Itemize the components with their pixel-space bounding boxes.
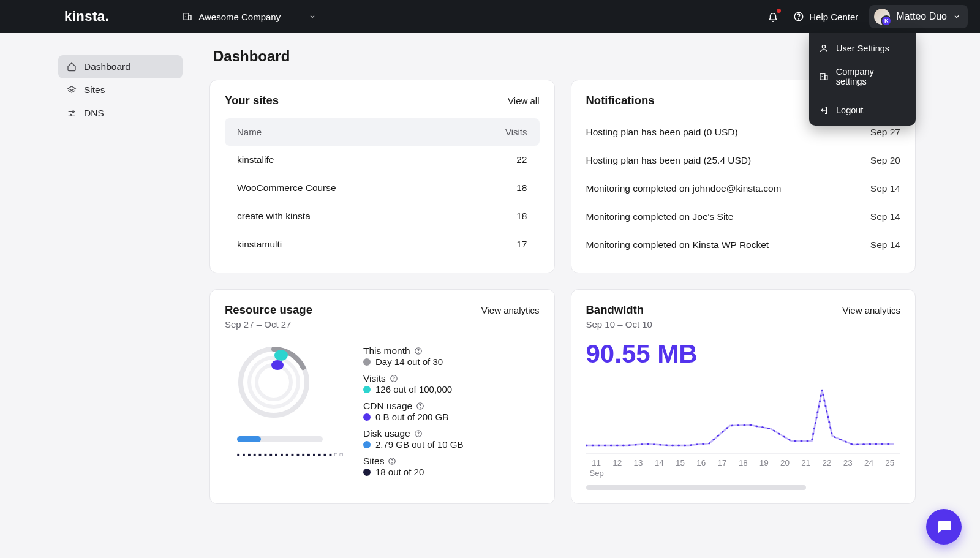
bell-icon [767, 11, 778, 22]
question-circle-icon [793, 11, 804, 22]
home-icon [67, 62, 77, 72]
svg-point-23 [392, 462, 393, 463]
date-range: Sep 10 – Oct 10 [586, 319, 901, 330]
card-title: Resource usage [225, 303, 312, 317]
brand-logo: kinsta. [64, 9, 109, 25]
svg-point-12 [274, 350, 288, 361]
menu-divider [815, 96, 910, 96]
swatch-disk [363, 441, 371, 448]
sidebar-item-dns[interactable]: DNS [58, 102, 183, 125]
company-name: Awesome Company [198, 12, 281, 22]
building-icon [183, 12, 192, 21]
notification-row[interactable]: Hosting plan has been paid (25.4 USD)Sep… [586, 146, 901, 175]
card-title: Notifications [586, 94, 655, 107]
svg-rect-6 [825, 75, 827, 80]
svg-point-21 [418, 435, 418, 435]
svg-rect-1 [189, 15, 191, 20]
svg-point-3 [799, 18, 799, 19]
resource-legend: This month Day 14 out of 30 Visits 126 o… [363, 339, 463, 481]
view-all-link[interactable]: View all [508, 96, 539, 106]
resource-donut-chart: ■■■■■■■■■■■■■■■■■■□□ [225, 339, 347, 458]
sites-usage-dots: ■■■■■■■■■■■■■■■■■■□□ [237, 452, 347, 458]
sidebar-item-sites[interactable]: Sites [58, 78, 183, 102]
swatch-cdn [363, 413, 371, 421]
your-sites-card: Your sites View all Name Visits kinstali… [209, 80, 555, 273]
menu-user-settings[interactable]: User Settings [809, 37, 916, 60]
table-row[interactable]: kinstamulti17 [225, 230, 540, 258]
col-name: Name [237, 127, 262, 137]
svg-point-11 [257, 365, 291, 399]
avatar [874, 9, 890, 25]
chart-scrollbar[interactable] [586, 485, 806, 490]
svg-point-13 [271, 360, 284, 370]
sidebar-item-label: Sites [84, 85, 105, 96]
disk-usage-bar [237, 436, 323, 442]
question-circle-icon[interactable] [416, 402, 424, 410]
bandwidth-chart [586, 381, 901, 454]
sidebar-item-dashboard[interactable]: Dashboard [58, 55, 183, 78]
card-title: Your sites [225, 94, 279, 107]
layers-icon [67, 85, 77, 95]
user-icon [819, 43, 829, 53]
help-center-link[interactable]: Help Center [793, 11, 858, 22]
sidebar: Dashboard Sites DNS [0, 33, 196, 504]
svg-point-15 [418, 352, 418, 353]
date-range: Sep 27 – Oct 27 [225, 319, 540, 330]
swatch-sites [363, 469, 371, 476]
chat-fab[interactable] [926, 509, 962, 545]
notifications-bell[interactable] [764, 7, 782, 26]
table-header: Name Visits [225, 118, 540, 146]
chevron-down-icon [953, 13, 960, 20]
chevron-down-icon [309, 13, 316, 20]
bandwidth-total: 90.55 MB [586, 339, 901, 369]
question-circle-icon[interactable] [414, 429, 423, 438]
notification-badge [777, 9, 781, 13]
question-circle-icon[interactable] [414, 347, 423, 355]
user-menu-button[interactable]: Matteo Duo [869, 5, 968, 28]
table-row[interactable]: create with kinsta18 [225, 202, 540, 230]
company-selector[interactable]: Awesome Company [183, 12, 316, 22]
question-circle-icon[interactable] [388, 457, 396, 466]
menu-logout[interactable]: Logout [809, 99, 916, 122]
help-label: Help Center [809, 12, 858, 22]
table-row[interactable]: WooCommerce Course18 [225, 174, 540, 202]
bandwidth-x-axis: 111213141516171819202122232425 [586, 458, 901, 467]
user-dropdown: User Settings Company settings Logout [809, 33, 916, 126]
svg-point-19 [420, 407, 421, 408]
topbar: kinsta. Awesome Company Help Center Matt… [0, 0, 980, 33]
sidebar-item-label: Dashboard [84, 61, 130, 72]
notification-row[interactable]: Monitoring completed on johndoe@kinsta.c… [586, 175, 901, 203]
question-circle-icon[interactable] [390, 374, 398, 383]
view-analytics-link[interactable]: View analytics [842, 305, 900, 315]
col-visits: Visits [505, 127, 527, 137]
svg-point-4 [822, 45, 825, 48]
chat-icon [935, 518, 952, 535]
swatch-month [363, 358, 371, 366]
user-name: Matteo Duo [896, 11, 947, 22]
notification-row[interactable]: Monitoring completed on Kinsta WP Rocket… [586, 231, 901, 259]
menu-company-settings[interactable]: Company settings [809, 60, 916, 93]
bandwidth-x-month: Sep [590, 469, 901, 478]
svg-point-17 [393, 380, 394, 380]
svg-point-7 [72, 111, 74, 113]
sidebar-item-label: DNS [84, 108, 104, 119]
view-analytics-link[interactable]: View analytics [481, 305, 540, 315]
notification-row[interactable]: Monitoring completed on Joe's SiteSep 14 [586, 203, 901, 231]
swatch-visits [363, 386, 371, 393]
resource-usage-card: Resource usage View analytics Sep 27 – O… [209, 289, 555, 504]
svg-point-8 [70, 114, 72, 116]
bandwidth-card: Bandwidth View analytics Sep 10 – Oct 10… [571, 289, 916, 504]
sliders-icon [67, 108, 77, 118]
card-title: Bandwidth [586, 303, 644, 317]
logout-icon [819, 105, 829, 115]
table-row[interactable]: kinstalife22 [225, 146, 540, 174]
building-icon [819, 72, 829, 81]
